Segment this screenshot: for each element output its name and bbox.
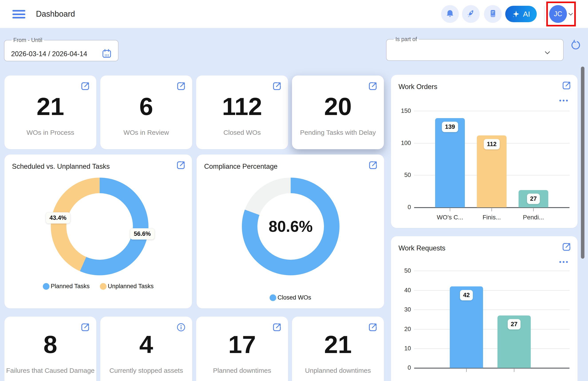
bar-value-badge: 112 <box>484 139 500 149</box>
legend-dot <box>43 283 49 290</box>
bar-work-requests-2[interactable]: 27 <box>498 315 531 368</box>
notebook-icon <box>488 9 498 19</box>
kpi-label: Planned downtimes <box>213 367 271 374</box>
kpi-card-unplanned-downtimes: 21 Unplanned downtimes <box>292 317 384 381</box>
work-requests-card: Work Requests 50 40 30 20 10 0 42 27 <box>391 236 578 381</box>
x-category-label: WO's C... <box>437 214 463 221</box>
x-category-label: Finis... <box>483 214 501 221</box>
calendar-icon[interactable] <box>102 48 112 60</box>
is-part-of-label: Is part of <box>394 36 419 43</box>
rocket-icon <box>466 9 476 19</box>
bar-value-badge: 42 <box>460 290 473 300</box>
bell-icon <box>445 9 455 19</box>
is-part-of-select[interactable]: Is part of <box>386 36 564 61</box>
legend-label: Planned Tasks <box>51 283 90 290</box>
kpi-card-wos-in-review: 6 WOs in Review <box>100 75 192 149</box>
external-link-icon[interactable] <box>562 242 571 253</box>
legend-item[interactable]: Closed WOs <box>270 294 311 301</box>
kpi-value: 6 <box>139 94 153 119</box>
x-tick-mark <box>491 208 492 211</box>
y-tick: 0 <box>408 364 411 371</box>
y-tick: 20 <box>404 326 411 333</box>
menu-icon[interactable] <box>12 10 25 19</box>
legend-item[interactable]: Unplanned Tasks <box>100 283 154 290</box>
donut-chart[interactable]: 80.6% <box>242 178 339 275</box>
highlight-box <box>546 1 576 26</box>
y-tick: 50 <box>404 172 411 179</box>
legend-label: Unplanned Tasks <box>108 283 154 290</box>
bar-value-badge: 139 <box>442 122 458 132</box>
bar-finished[interactable]: 112 <box>477 135 506 207</box>
kpi-card-currently-stopped-assets: 4 Currently stopped assets <box>100 317 192 381</box>
ai-button-label: AI <box>523 10 530 19</box>
y-tick: 30 <box>404 306 411 313</box>
chart-legend: Closed WOs <box>197 294 384 301</box>
kpi-card-pending-tasks-with-delay: 20 Pending Tasks with Delay <box>292 75 384 149</box>
external-link-icon[interactable] <box>176 81 186 92</box>
dashboard-page: Dashboard AI JC <box>0 0 588 381</box>
y-tick: 0 <box>408 204 411 211</box>
gridline <box>414 271 569 271</box>
x-axis <box>414 368 569 369</box>
chart-title: Scheduled vs. Unplanned Tasks <box>12 162 110 171</box>
whats-new-button[interactable] <box>462 5 480 23</box>
gridline <box>414 348 569 349</box>
legend-dot <box>270 294 276 301</box>
external-link-icon[interactable] <box>80 81 90 92</box>
chevron-down-icon[interactable] <box>544 49 551 57</box>
external-link-icon[interactable] <box>272 81 282 92</box>
kpi-value: 17 <box>228 332 256 357</box>
chart-title: Work Requests <box>399 244 445 252</box>
x-tick-mark <box>533 208 534 211</box>
more-options-icon[interactable] <box>559 261 568 263</box>
legend-label: Closed WOs <box>278 294 311 301</box>
external-link-icon[interactable] <box>368 322 378 333</box>
kpi-value: 8 <box>43 332 57 357</box>
slice-label-unplanned: 43.4% <box>46 212 70 224</box>
bar-wos-created[interactable]: 139 <box>435 118 465 207</box>
notifications-button[interactable] <box>441 5 459 23</box>
info-icon[interactable] <box>176 322 186 333</box>
kpi-value: 21 <box>37 94 64 119</box>
y-tick: 40 <box>404 287 411 294</box>
gridline <box>414 310 569 310</box>
y-tick: 100 <box>401 140 411 147</box>
x-tick-mark <box>450 208 450 211</box>
gridline <box>414 329 569 330</box>
more-options-icon[interactable] <box>559 100 568 101</box>
kpi-label: WOs in Review <box>123 129 169 136</box>
scheduled-vs-unplanned-card: Scheduled vs. Unplanned Tasks 43.4% 56.6… <box>4 155 192 308</box>
bar-work-requests-1[interactable]: 42 <box>450 286 483 368</box>
ai-assistant-button[interactable]: AI <box>505 6 537 22</box>
page-title: Dashboard <box>36 0 75 28</box>
y-tick: 150 <box>401 108 411 114</box>
scrollbar-thumb[interactable] <box>581 67 585 259</box>
y-tick: 50 <box>404 267 411 274</box>
bar-value-badge: 27 <box>527 194 540 204</box>
donut-chart[interactable] <box>51 178 148 275</box>
sparkle-icon <box>512 10 520 18</box>
external-link-icon[interactable] <box>368 160 378 171</box>
bar-pending[interactable]: 27 <box>519 190 548 207</box>
docs-button[interactable] <box>484 5 502 23</box>
legend-item[interactable]: Planned Tasks <box>43 283 90 290</box>
kpi-card-planned-downtimes: 17 Planned downtimes <box>196 317 288 381</box>
chart-title: Work Orders <box>399 83 437 91</box>
refresh-button[interactable] <box>570 40 581 51</box>
date-range-field[interactable]: From - Until 2026-03-14 / 2026-04-14 <box>4 37 119 61</box>
chart-legend: Planned Tasks Unplanned Tasks <box>4 283 192 290</box>
donut-hole <box>66 193 133 260</box>
slice-label-planned: 56.6% <box>130 228 155 240</box>
gridline <box>414 111 569 111</box>
external-link-icon[interactable] <box>368 81 378 92</box>
kpi-card-closed-wos: 112 Closed WOs <box>196 75 288 149</box>
external-link-icon[interactable] <box>80 322 90 333</box>
external-link-icon[interactable] <box>272 322 282 333</box>
kpi-value: 4 <box>139 332 153 357</box>
kpi-label: Pending Tasks with Delay <box>300 129 376 136</box>
external-link-icon[interactable] <box>176 160 186 171</box>
donut-hole: 80.6% <box>257 193 324 260</box>
legend-dot <box>100 283 106 290</box>
bar-value-badge: 27 <box>508 319 521 330</box>
external-link-icon[interactable] <box>562 81 571 91</box>
